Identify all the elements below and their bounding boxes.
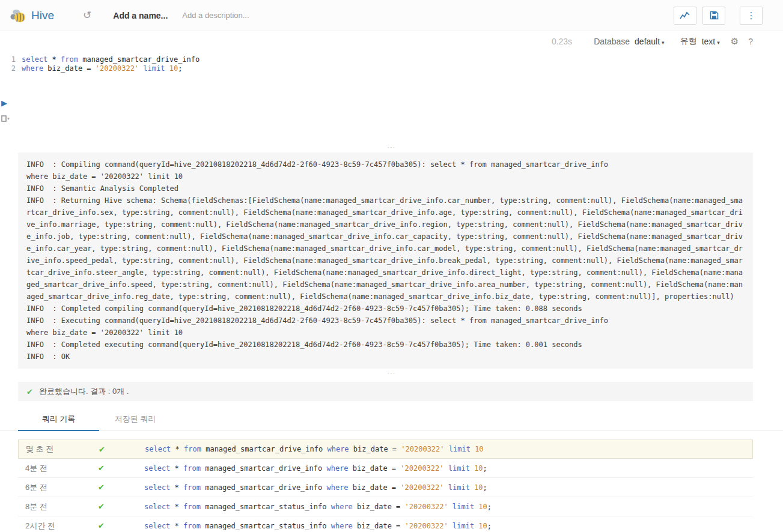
history-rows: 몇 초 전✔select * from managed_smartcar_dri…	[18, 440, 753, 532]
token-kw: from	[184, 445, 201, 453]
token-pl	[448, 522, 452, 530]
history-time: 6분 전	[18, 482, 98, 493]
history-query: select * from managed_smartcar_drive_inf…	[144, 483, 487, 492]
help-icon[interactable]: ?	[748, 37, 753, 46]
result-status-bar: ✔ 완료했습니다. 결과 : 0개 .	[18, 382, 753, 401]
history-row[interactable]: 몇 초 전✔select * from managed_smartcar_dri…	[18, 440, 753, 459]
token-pl	[444, 483, 448, 492]
line-number: 1	[0, 55, 22, 64]
snippet-menu-button[interactable]: ▾	[1, 115, 10, 122]
log-line: INFO : Semantic Analysis Completed	[26, 183, 745, 195]
resize-grip[interactable]: ···	[0, 143, 783, 151]
token-kw: from	[183, 483, 201, 492]
tab-saved-queries[interactable]: 저장된 쿼리	[99, 408, 171, 431]
history-row[interactable]: 2시간 전✔select * from managed_smartcar_sta…	[18, 516, 753, 532]
log-line: where biz_date = '20200322' limit 10	[26, 327, 745, 339]
token-pl: managed_smartcar_drive_info	[78, 55, 200, 64]
query-log-panel[interactable]: INFO : Compiling command(queryId=hive_20…	[18, 153, 753, 369]
execute-play-icon[interactable]: ▶	[1, 98, 7, 107]
token-kw: limit	[452, 503, 474, 511]
gear-icon[interactable]: ⚙	[731, 36, 739, 47]
status-check-icon: ✔	[98, 464, 144, 473]
token-kw: limit	[448, 464, 470, 473]
token-pl: *	[170, 503, 183, 511]
more-actions-button[interactable]: ⋮	[740, 7, 763, 25]
token-pl: *	[171, 445, 184, 453]
tab-query-history[interactable]: 쿼리 기록	[18, 408, 99, 431]
chart-button[interactable]	[674, 7, 696, 25]
token-pl	[444, 464, 448, 473]
token-kw: select	[145, 445, 171, 453]
top-actions: ⋮	[668, 7, 763, 25]
token-str: '20200322'	[400, 464, 443, 473]
token-pl: biz_date =	[43, 64, 96, 73]
hive-logo-icon[interactable]	[8, 8, 26, 23]
token-pl: *	[170, 522, 183, 530]
token-kw: select	[144, 522, 170, 530]
log-line: INFO : Executing command(queryId=hive_20…	[26, 315, 745, 327]
type-value: text	[702, 37, 716, 46]
token-num: 10	[165, 64, 178, 73]
token-pl: ;	[178, 64, 182, 73]
token-pl: ;	[483, 464, 487, 473]
editor-lines: 1select * from managed_smartcar_drive_in…	[0, 55, 783, 73]
token-kw: from	[183, 503, 201, 511]
history-time: 4분 전	[18, 463, 98, 474]
token-pl: *	[170, 483, 183, 492]
token-str: '20200322'	[96, 64, 139, 73]
token-pl: ;	[487, 503, 492, 511]
line-number: 2	[0, 64, 22, 73]
database-value: default	[635, 37, 660, 46]
token-kw: from	[183, 464, 201, 473]
token-pl: biz_date =	[349, 445, 401, 453]
success-check-icon: ✔	[26, 387, 33, 396]
token-str: '20200322'	[405, 503, 448, 511]
result-message: 완료했습니다. 결과 : 0개 .	[39, 386, 129, 397]
token-num: 10	[474, 522, 487, 530]
token-str: '20200322'	[400, 483, 443, 492]
history-query: select * from managed_smartcar_status_in…	[144, 522, 492, 530]
query-description-field[interactable]: Add a description...	[182, 11, 249, 20]
token-num: 10	[470, 464, 483, 473]
token-kw: limit	[452, 522, 474, 530]
token-pl: ;	[487, 522, 492, 530]
history-time: 2시간 전	[18, 521, 98, 531]
log-lines: INFO : Compiling command(queryId=hive_20…	[26, 159, 745, 363]
token-kw: where	[326, 464, 348, 473]
token-pl: managed_smartcar_drive_info	[201, 464, 327, 473]
save-button[interactable]	[702, 7, 725, 25]
token-pl	[448, 503, 452, 511]
hive-editor-app: Hive ↺ Add a name... Add a description..…	[0, 0, 783, 532]
sql-editor[interactable]: 1select * from managed_smartcar_drive_in…	[0, 52, 783, 143]
snippet-type-icon	[1, 115, 7, 122]
history-row[interactable]: 8분 전✔select * from managed_smartcar_stat…	[18, 497, 753, 516]
database-dropdown[interactable]: default▾	[635, 37, 665, 46]
token-pl: managed_smartcar_status_info	[201, 503, 331, 511]
history-time: 8분 전	[18, 501, 98, 512]
query-history-icon[interactable]: ↺	[83, 9, 91, 22]
tab-bar: 쿼리 기록 저장된 쿼리	[0, 408, 783, 431]
history-row[interactable]: 6분 전✔select * from managed_smartcar_driv…	[18, 478, 753, 497]
token-kw: where	[331, 522, 353, 530]
log-line: INFO : Completed compiling command(query…	[26, 303, 745, 315]
token-kw: limit	[449, 445, 471, 453]
type-dropdown[interactable]: text▾	[702, 37, 720, 46]
history-query: select * from managed_smartcar_status_in…	[144, 503, 492, 511]
database-label: Database	[594, 37, 630, 46]
chevron-down-icon: ▾	[7, 116, 10, 121]
editor-line: 1select * from managed_smartcar_drive_in…	[0, 55, 783, 64]
token-kw: where	[331, 503, 353, 511]
log-line: INFO : Completed executing command(query…	[26, 339, 745, 351]
history-row[interactable]: 4분 전✔select * from managed_smartcar_driv…	[18, 459, 753, 478]
query-name-field[interactable]: Add a name...	[113, 11, 168, 20]
token-kw: limit	[143, 64, 165, 73]
resize-grip[interactable]: ···	[0, 369, 783, 377]
token-kw: where	[327, 445, 349, 453]
code-text: select * from managed_smartcar_drive_inf…	[22, 55, 200, 64]
token-num: 10	[474, 503, 487, 511]
editor-line: 2where biz_date = '20200322' limit 10;	[0, 64, 783, 73]
kebab-icon: ⋮	[747, 10, 756, 21]
token-num: 10	[471, 445, 484, 453]
execute-controls: ▶ ▾	[1, 98, 11, 122]
token-pl: *	[47, 55, 61, 64]
